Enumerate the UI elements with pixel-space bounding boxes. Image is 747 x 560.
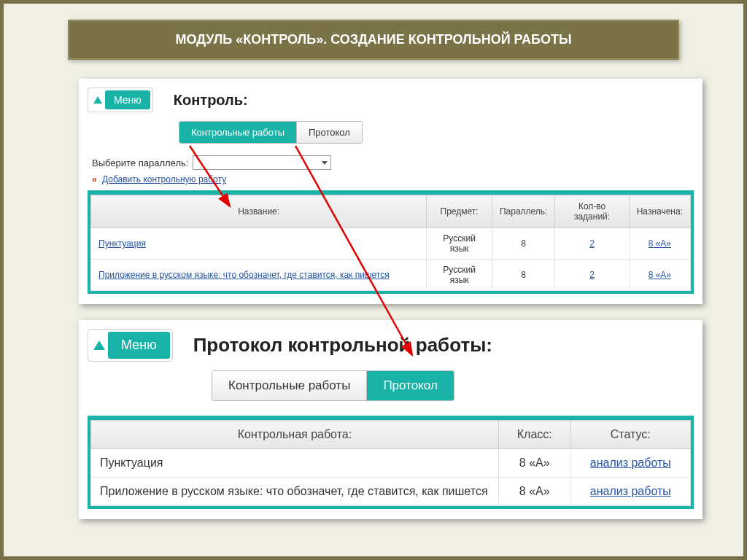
tasks-link[interactable]: 2: [589, 238, 595, 249]
panel1-header-row: Меню Контроль:: [88, 88, 694, 112]
col-assigned: Назначена:: [629, 195, 690, 228]
cell-subject: Русский язык: [427, 228, 492, 260]
parallel-select-row: Выберите параллель:: [92, 155, 694, 170]
panel2-header-row: Меню Протокол контрольной работы:: [88, 329, 694, 362]
cell-class: 8 «А»: [498, 449, 570, 478]
assigned-link[interactable]: 8 «А»: [649, 238, 671, 249]
table-header-row: Контрольная работа: Класс: Статус:: [91, 421, 691, 449]
col-class: Класс:: [498, 421, 570, 449]
col-status: Статус:: [570, 421, 690, 449]
cell-work: Приложение в русском языке: что обозначе…: [91, 478, 499, 506]
assigned-link[interactable]: 8 «А»: [649, 270, 671, 280]
status-link[interactable]: анализ работы: [590, 456, 671, 469]
table-header-row: Название: Предмет: Параллель: Кол-во зад…: [91, 195, 691, 228]
protocol-table: Контрольная работа: Класс: Статус: Пункт…: [90, 420, 691, 506]
raquo-icon: »: [92, 174, 97, 184]
menu-button-label: Меню: [108, 332, 170, 359]
arrow-up-icon: [93, 96, 102, 104]
panel2-table-frame: Контрольная работа: Класс: Статус: Пункт…: [88, 416, 694, 509]
table-row: Пунктуация 8 «А» анализ работы: [91, 449, 691, 478]
panel2-tabs: Контрольные работы Протокол: [212, 370, 454, 401]
panel2-heading: Протокол контрольной работы:: [193, 334, 492, 357]
tab-protocol[interactable]: Протокол: [367, 371, 453, 400]
arrow-up-icon: [93, 341, 105, 350]
test-name-link[interactable]: Приложение в русском языке: что обозначе…: [98, 270, 390, 280]
col-work: Контрольная работа:: [91, 421, 499, 449]
slide-title: МОДУЛЬ «КОНТРОЛЬ». СОЗДАНИЕ КОНТРОЛЬНОЙ …: [68, 20, 679, 60]
col-parallel: Параллель:: [492, 195, 555, 228]
cell-subject: Русский язык: [427, 260, 492, 291]
table-row: Пунктуация Русский язык 8 2 8 «А»: [91, 228, 691, 260]
parallel-select-label: Выберите параллель:: [92, 158, 188, 168]
menu-button[interactable]: Меню: [88, 329, 173, 362]
cell-work: Пунктуация: [91, 449, 499, 478]
panel1-heading: Контроль:: [174, 92, 248, 109]
panel-control: Меню Контроль: Контрольные работы Проток…: [79, 79, 703, 304]
panel1-tabs: Контрольные работы Протокол: [179, 121, 363, 144]
cell-parallel: 8: [492, 260, 555, 291]
tab-protocol[interactable]: Протокол: [297, 122, 362, 143]
tab-tests[interactable]: Контрольные работы: [212, 371, 367, 400]
cell-parallel: 8: [492, 228, 555, 260]
slide-title-text: МОДУЛЬ «КОНТРОЛЬ». СОЗДАНИЕ КОНТРОЛЬНОЙ …: [175, 32, 571, 47]
col-subject: Предмет:: [427, 195, 492, 228]
tasks-link[interactable]: 2: [589, 270, 595, 280]
status-link[interactable]: анализ работы: [590, 485, 671, 497]
parallel-select[interactable]: [193, 155, 331, 170]
chevron-down-icon: [322, 161, 328, 165]
col-name: Название:: [91, 195, 427, 228]
tests-table: Название: Предмет: Параллель: Кол-во зад…: [90, 195, 691, 291]
tab-tests[interactable]: Контрольные работы: [179, 122, 297, 143]
add-test-link[interactable]: Добавить контрольную работу: [102, 174, 226, 184]
table-row: Приложение в русском языке: что обозначе…: [91, 260, 691, 291]
cell-class: 8 «А»: [498, 478, 570, 506]
menu-button[interactable]: Меню: [88, 88, 153, 112]
add-test-link-row: » Добавить контрольную работу: [92, 174, 694, 184]
test-name-link[interactable]: Пунктуация: [98, 238, 146, 249]
slide: МОДУЛЬ «КОНТРОЛЬ». СОЗДАНИЕ КОНТРОЛЬНОЙ …: [0, 0, 747, 560]
panel1-table-frame: Название: Предмет: Параллель: Кол-во зад…: [88, 190, 694, 294]
table-row: Приложение в русском языке: что обозначе…: [91, 478, 691, 506]
panel-protocol: Меню Протокол контрольной работы: Контро…: [79, 320, 703, 519]
col-tasks: Кол-во заданий:: [555, 195, 629, 228]
menu-button-label: Меню: [105, 90, 150, 109]
